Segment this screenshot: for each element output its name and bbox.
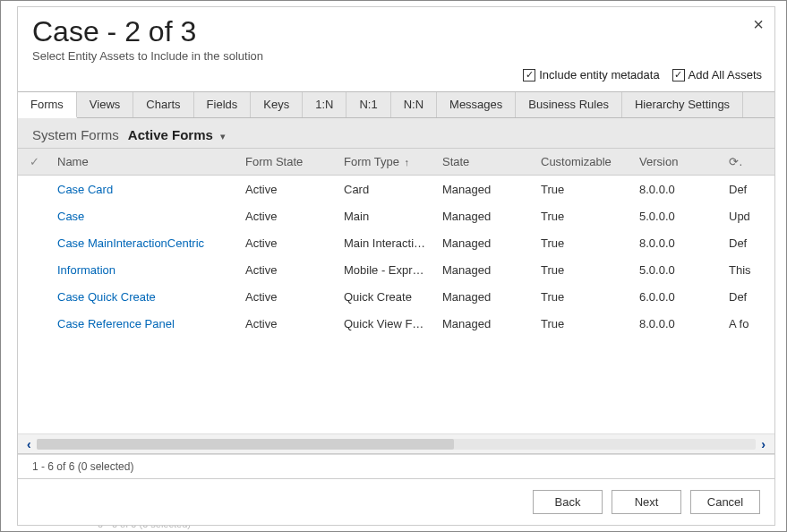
tab-n-1[interactable]: N:1 — [346, 92, 390, 117]
include-metadata-checkbox[interactable]: ✓ Include entity metadata — [523, 68, 659, 82]
sort-asc-icon: ↑ — [405, 157, 410, 167]
cell-form-state: Active — [238, 290, 337, 304]
tab-forms[interactable]: Forms — [18, 92, 77, 118]
select-all-checkbox[interactable]: ✓ — [18, 155, 50, 168]
col-form-type[interactable]: Form Type ↑ — [337, 155, 435, 168]
checkmark-icon: ✓ — [672, 69, 685, 82]
form-name-link[interactable]: Case Quick Create — [57, 290, 156, 304]
forms-grid: ✓ Name Form State Form Type ↑ State Cust… — [18, 149, 774, 454]
cell-description: A fo — [722, 317, 766, 330]
page-title: Case - 2 of 3 — [32, 16, 760, 47]
cell-customizable: True — [534, 236, 632, 250]
cell-form-state: Active — [238, 210, 337, 223]
cell-customizable: True — [534, 317, 632, 330]
form-name-link[interactable]: Case MainInteractionCentric — [57, 236, 204, 250]
back-button[interactable]: Back — [533, 490, 603, 514]
dialog-footer: Back Next Cancel — [18, 479, 774, 525]
col-form-state[interactable]: Form State — [238, 155, 337, 168]
form-name-link[interactable]: Information — [57, 263, 115, 277]
cell-customizable: True — [534, 210, 632, 223]
cell-form-state: Active — [238, 236, 337, 250]
horizontal-scrollbar: ‹ › — [18, 433, 774, 453]
tab-n-n[interactable]: N:N — [391, 92, 437, 117]
wizard-dialog: × Case - 2 of 3 Select Entity Assets to … — [17, 6, 775, 526]
cell-description: Upd — [722, 210, 766, 223]
cell-form-state: Active — [238, 183, 337, 196]
grid-body: Case CardActiveCardManagedTrue8.0.0.0Def… — [18, 176, 774, 433]
checkmark-icon: ✓ — [523, 69, 535, 82]
cell-description: This — [722, 263, 766, 277]
include-metadata-label: Include entity metadata — [539, 68, 659, 82]
cell-version: 8.0.0.0 — [632, 183, 722, 196]
cell-state: Managed — [435, 317, 534, 330]
tab-1-n[interactable]: 1:N — [303, 92, 346, 117]
refresh-icon[interactable]: ⟳ — [722, 155, 741, 168]
scroll-right-icon[interactable]: › — [761, 437, 766, 451]
col-name[interactable]: Name — [50, 155, 238, 168]
view-category-label: System Forms — [32, 127, 119, 142]
cell-state: Managed — [435, 183, 534, 196]
tab-views[interactable]: Views — [77, 92, 133, 117]
cell-form-type: Main Interaction... — [337, 236, 435, 250]
table-row[interactable]: Case CardActiveCardManagedTrue8.0.0.0Def — [18, 176, 774, 202]
cell-state: Managed — [435, 263, 534, 277]
cell-version: 5.0.0.0 — [632, 210, 722, 223]
cell-description: Def — [722, 236, 766, 250]
cell-form-state: Active — [238, 263, 337, 277]
active-view-label: Active Forms — [128, 127, 213, 142]
entity-assets-tabs: FormsViewsChartsFieldsKeys1:NN:1N:NMessa… — [18, 91, 774, 118]
tab-fields[interactable]: Fields — [194, 92, 252, 117]
header-checkboxes: ✓ Include entity metadata ✓ Add All Asse… — [523, 68, 762, 82]
cell-customizable: True — [534, 263, 632, 277]
col-version[interactable]: Version — [632, 155, 722, 168]
dialog-header: Case - 2 of 3 Select Entity Assets to In… — [18, 7, 774, 68]
cell-version: 5.0.0.0 — [632, 263, 722, 277]
tab-business-rules[interactable]: Business Rules — [516, 92, 622, 117]
cell-customizable: True — [534, 183, 632, 196]
close-icon[interactable]: × — [753, 14, 764, 35]
col-customizable[interactable]: Customizable — [534, 155, 632, 168]
cell-state: Managed — [435, 290, 534, 304]
cell-description: Def — [722, 290, 766, 304]
form-name-link[interactable]: Case — [57, 210, 84, 223]
tab-hierarchy-settings[interactable]: Hierarchy Settings — [622, 92, 743, 117]
scroll-left-icon[interactable]: ‹ — [27, 437, 31, 451]
tab-keys[interactable]: Keys — [251, 92, 303, 117]
col-form-type-label: Form Type — [344, 155, 399, 168]
cell-form-state: Active — [238, 317, 337, 330]
table-row[interactable]: Case Quick CreateActiveQuick CreateManag… — [18, 283, 774, 310]
cell-version: 8.0.0.0 — [632, 317, 722, 330]
cell-customizable: True — [534, 290, 632, 304]
cell-description: Def — [722, 183, 766, 196]
cancel-button[interactable]: Cancel — [690, 490, 760, 514]
add-all-assets-label: Add All Assets — [689, 68, 762, 82]
chevron-down-icon: ▾ — [220, 131, 226, 142]
grid-status-text: 1 - 6 of 6 (0 selected) — [18, 454, 774, 479]
page-subtitle: Select Entity Assets to Include in the s… — [32, 49, 760, 63]
cell-version: 8.0.0.0 — [632, 236, 722, 250]
cell-form-type: Card — [337, 183, 435, 196]
cell-state: Managed — [435, 236, 534, 250]
grid-header-row: ✓ Name Form State Form Type ↑ State Cust… — [18, 149, 774, 176]
table-row[interactable]: InformationActiveMobile - ExpressManaged… — [18, 256, 774, 283]
tab-charts[interactable]: Charts — [133, 92, 193, 117]
view-selector[interactable]: System Forms Active Forms ▾ — [18, 118, 774, 149]
cell-version: 6.0.0.0 — [632, 290, 722, 304]
add-all-assets-checkbox[interactable]: ✓ Add All Assets — [672, 68, 762, 82]
cell-form-type: Quick View Form — [337, 317, 435, 330]
form-name-link[interactable]: Case Card — [57, 183, 113, 196]
cell-form-type: Mobile - Express — [337, 263, 435, 277]
scroll-track[interactable] — [37, 439, 757, 450]
scroll-thumb[interactable] — [37, 439, 454, 450]
table-row[interactable]: Case MainInteractionCentricActiveMain In… — [18, 229, 774, 256]
form-name-link[interactable]: Case Reference Panel — [57, 317, 175, 330]
cell-form-type: Quick Create — [337, 290, 435, 304]
table-row[interactable]: CaseActiveMainManagedTrue5.0.0.0Upd — [18, 202, 774, 229]
table-row[interactable]: Case Reference PanelActiveQuick View For… — [18, 310, 774, 337]
next-button[interactable]: Next — [612, 490, 681, 514]
tab-messages[interactable]: Messages — [437, 92, 516, 117]
col-state[interactable]: State — [435, 155, 534, 168]
cell-form-type: Main — [337, 210, 435, 223]
cell-state: Managed — [435, 210, 534, 223]
